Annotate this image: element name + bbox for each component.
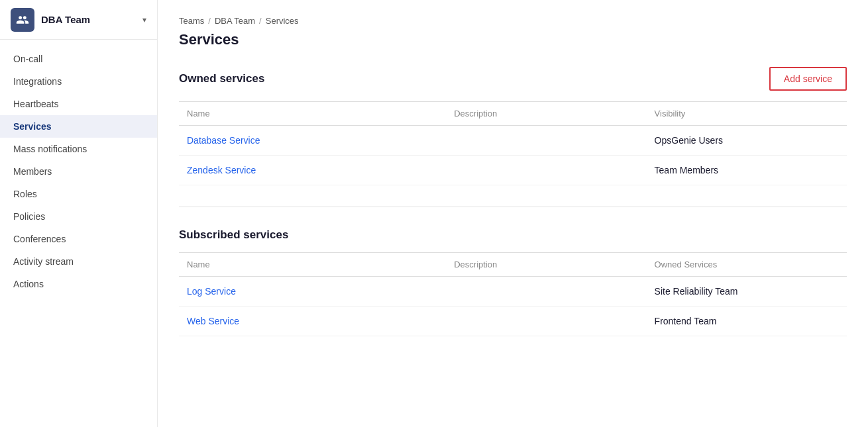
subscribed-services-title: Subscribed services [179, 228, 288, 242]
breadcrumb: Teams / DBA Team / Services [179, 16, 847, 26]
breadcrumb-sep-1: / [208, 16, 211, 26]
table-row: Zendesk Service Team Members [179, 156, 847, 185]
team-avatar [11, 8, 34, 32]
sidebar-item-mass-notifications[interactable]: Mass notifications [0, 138, 157, 160]
table-row: Log Service Site Reliability Team [179, 277, 847, 307]
owned-name-col-header: Name [179, 102, 446, 126]
owned-vis-col-header: Visibility [647, 102, 847, 126]
add-service-button[interactable]: Add service [769, 67, 847, 91]
subscribed-services-table: Name Description Owned Services Log Serv… [179, 252, 847, 336]
sidebar-item-activity-stream[interactable]: Activity stream [0, 250, 157, 273]
sidebar-item-members[interactable]: Members [0, 160, 157, 183]
team-name-label: DBA Team [41, 14, 142, 25]
sidebar-item-integrations[interactable]: Integrations [0, 70, 157, 93]
sidebar-item-heartbeats[interactable]: Heartbeats [0, 93, 157, 115]
sub-service-owner-2: Frontend Team [647, 307, 847, 336]
subscribed-services-header-row: Name Description Owned Services [179, 253, 847, 277]
subscribed-services-section: Subscribed services Name Description Own… [179, 228, 847, 336]
table-row: Web Service Frontend Team [179, 307, 847, 336]
team-header[interactable]: DBA Team ▾ [0, 0, 157, 40]
sidebar-item-policies[interactable]: Policies [0, 205, 157, 228]
subscribed-services-header: Subscribed services [179, 228, 847, 242]
owned-service-name-1[interactable]: Database Service [179, 126, 446, 156]
owned-services-title: Owned services [179, 72, 264, 85]
chevron-down-icon: ▾ [142, 15, 146, 24]
sidebar-item-actions[interactable]: Actions [0, 273, 157, 295]
sub-service-name-2[interactable]: Web Service [179, 307, 446, 336]
owned-service-desc-2 [446, 156, 646, 185]
owned-service-vis-1: OpsGenie Users [647, 126, 847, 156]
sidebar-item-roles[interactable]: Roles [0, 183, 157, 205]
owned-service-name-2[interactable]: Zendesk Service [179, 156, 446, 185]
sidebar-nav: On-call Integrations Heartbeats Services… [0, 40, 157, 303]
sub-service-desc-1 [446, 277, 646, 307]
main-content: Teams / DBA Team / Services Services Own… [158, 0, 868, 427]
sub-desc-col-header: Description [446, 253, 646, 277]
sub-service-name-1[interactable]: Log Service [179, 277, 446, 307]
sub-name-col-header: Name [179, 253, 446, 277]
breadcrumb-dba-team[interactable]: DBA Team [215, 16, 255, 26]
sidebar-item-conferences[interactable]: Conferences [0, 228, 157, 250]
page-title: Services [179, 31, 847, 48]
sidebar-item-services[interactable]: Services [0, 115, 157, 138]
sidebar-item-on-call[interactable]: On-call [0, 48, 157, 70]
sub-service-desc-2 [446, 307, 646, 336]
owned-services-header-row: Name Description Visibility [179, 102, 847, 126]
owned-service-desc-1 [446, 126, 646, 156]
breadcrumb-services: Services [266, 16, 299, 26]
owned-service-vis-2: Team Members [647, 156, 847, 185]
owned-services-section: Owned services Add service Name Descript… [179, 67, 847, 185]
table-row: Database Service OpsGenie Users [179, 126, 847, 156]
breadcrumb-teams[interactable]: Teams [179, 16, 204, 26]
sidebar: DBA Team ▾ On-call Integrations Heartbea… [0, 0, 158, 427]
sub-service-owner-1: Site Reliability Team [647, 277, 847, 307]
breadcrumb-sep-2: / [259, 16, 262, 26]
owned-desc-col-header: Description [446, 102, 646, 126]
section-divider [179, 207, 847, 207]
owned-services-table: Name Description Visibility Database Ser… [179, 101, 847, 185]
owned-services-header: Owned services Add service [179, 67, 847, 91]
sub-owned-col-header: Owned Services [647, 253, 847, 277]
team-icon [16, 13, 29, 26]
